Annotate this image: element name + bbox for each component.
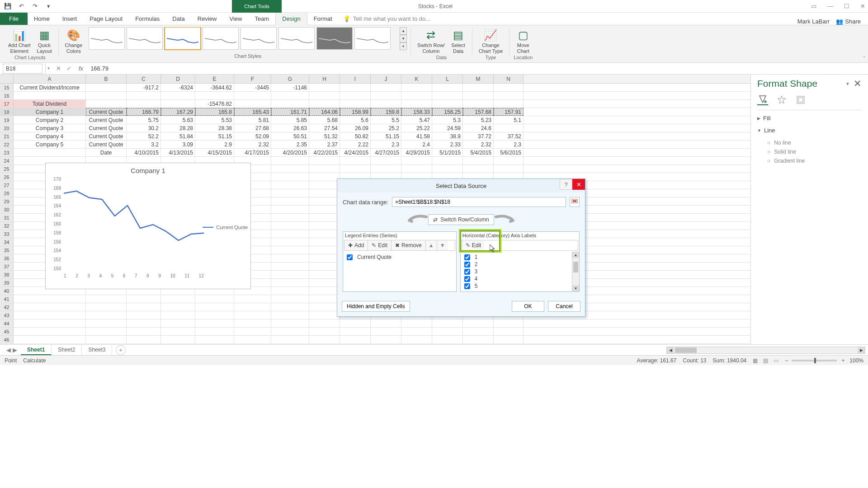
cell[interactable]: 5/4/2015 [463,149,494,156]
cell[interactable]: 26.63 [271,124,309,132]
column-header[interactable]: D [161,75,195,83]
cell[interactable] [309,214,340,221]
series-checkbox[interactable] [347,254,353,260]
tab-format[interactable]: Format [307,13,339,25]
column-header[interactable]: M [463,75,494,83]
category-item[interactable]: 1 [463,253,571,261]
cell[interactable] [309,197,340,205]
row-header[interactable]: 23 [0,149,14,156]
row-header[interactable]: 26 [0,173,14,181]
cell[interactable] [432,336,463,343]
effects-tab-icon[interactable] [776,94,787,105]
cell[interactable] [127,303,161,311]
row-header[interactable]: 31 [0,214,14,221]
minimize-icon[interactable]: — [827,3,833,9]
cell[interactable] [463,84,494,91]
cell[interactable] [309,230,340,238]
cell[interactable] [271,173,309,181]
sheet-tab[interactable]: Sheet1 [21,345,52,355]
cell[interactable]: -3445 [234,84,271,91]
cell[interactable] [371,319,401,327]
cell[interactable]: 5.47 [401,116,432,124]
cell[interactable] [271,197,309,205]
row-header[interactable]: 42 [0,303,14,311]
cell[interactable] [271,319,309,327]
cell[interactable]: 51.32 [309,132,340,140]
cell[interactable]: 5.68 [309,116,340,124]
formula-input[interactable]: 166.79 [86,64,868,73]
maximize-icon[interactable]: ☐ [844,3,849,9]
new-sheet-button[interactable]: ＋ [116,345,126,355]
cell[interactable] [271,287,309,295]
ribbon-options-icon[interactable]: ▭ [811,3,816,9]
category-item[interactable]: 3 [463,268,571,275]
chart-style-thumb[interactable] [165,27,201,50]
cell[interactable] [432,328,463,335]
cell[interactable] [432,157,463,164]
cell[interactable]: 167.29 [161,108,195,116]
cell[interactable]: 5.5 [371,116,401,124]
cell[interactable] [234,328,271,335]
cell[interactable] [494,336,524,343]
row-header[interactable]: 21 [0,132,14,140]
sheet-tab[interactable]: Sheet3 [82,345,112,355]
cell[interactable] [271,214,309,221]
cell[interactable] [432,165,463,173]
cell[interactable] [371,157,401,164]
cell[interactable] [309,222,340,230]
cell[interactable] [271,311,309,319]
dialog-help-button[interactable]: ? [560,179,572,190]
cell[interactable]: 5.75 [127,116,161,124]
cell[interactable] [340,165,371,173]
cell[interactable] [161,328,195,335]
cell[interactable] [401,336,432,343]
cell[interactable]: 4/15/2015 [195,149,234,156]
cell[interactable] [161,295,195,303]
cell[interactable] [86,311,127,319]
cell[interactable]: 4/20/2015 [271,149,309,156]
cell[interactable] [234,319,271,327]
horizontal-scrollbar[interactable]: ◀▶ [666,347,865,354]
line-section[interactable]: ▼Line [757,124,862,136]
close-icon[interactable]: ✕ [860,3,865,9]
cell[interactable] [309,311,340,319]
row-header[interactable]: 20 [0,124,14,132]
cell[interactable] [271,92,309,99]
category-checkbox[interactable] [464,276,470,282]
column-header[interactable]: F [234,75,271,83]
cell[interactable] [14,295,86,303]
cell[interactable] [127,319,161,327]
cell[interactable] [271,100,309,108]
cell[interactable]: 5.53 [195,116,234,124]
category-checkbox[interactable] [464,283,470,289]
cell[interactable]: 4/10/2015 [127,149,161,156]
zoom-out-icon[interactable]: − [785,357,788,364]
cell[interactable] [271,181,309,189]
series-move-up-button[interactable]: ▲ [426,240,437,250]
row-header[interactable]: 36 [0,254,14,262]
cell[interactable] [234,295,271,303]
cell[interactable]: Company 1 [14,108,86,116]
cell[interactable]: 3.09 [161,141,195,148]
chart-style-thumb[interactable] [203,27,239,50]
cell[interactable] [86,328,127,335]
chart-style-thumb[interactable] [278,27,315,50]
cell[interactable] [494,124,524,132]
tab-insert[interactable]: Insert [56,13,84,25]
row-header[interactable]: 34 [0,238,14,246]
sheet-tab[interactable]: Sheet2 [52,345,82,355]
cell[interactable]: 3.2 [127,141,161,148]
cell[interactable]: 5.3 [432,116,463,124]
cell[interactable] [271,157,309,164]
cell[interactable] [309,181,340,189]
cell[interactable]: Company 4 [14,132,86,140]
cell[interactable] [309,279,340,286]
cell[interactable] [127,100,161,108]
cell[interactable]: 52.09 [234,132,271,140]
row-header[interactable]: 32 [0,222,14,230]
cell[interactable] [371,165,401,173]
cell[interactable] [86,336,127,343]
cell[interactable] [309,336,340,343]
cell[interactable] [463,319,494,327]
chart-data-range-input[interactable] [392,197,566,207]
